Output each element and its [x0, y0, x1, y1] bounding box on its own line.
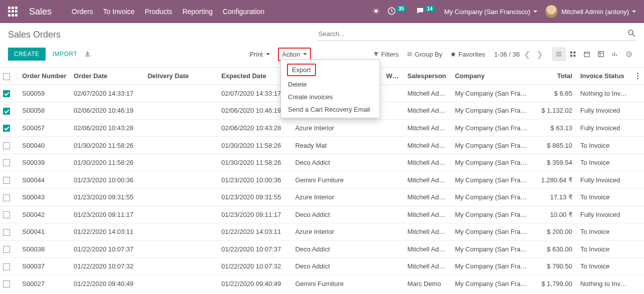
header-checkbox[interactable]: [0, 68, 19, 85]
view-calendar-button[interactable]: [580, 47, 594, 61]
import-button[interactable]: IMPORT: [53, 51, 77, 58]
cell-customer: Azure Interior: [292, 223, 383, 241]
activities-button[interactable]: 35: [387, 7, 409, 17]
row-checkbox[interactable]: [0, 223, 19, 241]
apps-icon[interactable]: [8, 7, 18, 17]
menu-reporting[interactable]: Reporting: [182, 8, 213, 16]
view-pivot-button[interactable]: [594, 47, 608, 61]
action-dropdown: Export Delete Create invoices Send a Car…: [280, 59, 380, 118]
table-row[interactable]: S0004101/22/2020 14:03:1101/22/2020 14:0…: [0, 223, 644, 241]
print-label: Print: [249, 51, 263, 58]
cell-order-number: S00043: [19, 188, 71, 206]
header-total[interactable]: Total: [532, 68, 577, 85]
table-row[interactable]: S0004401/23/2020 10:00:3601/23/2020 10:0…: [0, 171, 644, 189]
download-icon[interactable]: [84, 50, 91, 59]
header-company[interactable]: Company: [452, 68, 531, 85]
cell-order-number: S00039: [19, 154, 71, 171]
cell-delivery-date: [145, 137, 218, 154]
view-list-button[interactable]: [552, 47, 566, 61]
row-checkbox[interactable]: [0, 154, 19, 171]
cell-expected-date: 01/23/2020 09:31:55: [218, 188, 292, 206]
avatar-icon: [544, 5, 558, 19]
row-checkbox[interactable]: [0, 188, 19, 206]
filters-button[interactable]: Filters: [373, 51, 401, 58]
cell-total: $ 790.50: [532, 258, 577, 275]
table-row[interactable]: S0002701/22/2020 09:40:4901/22/2020 09:4…: [0, 275, 644, 292]
table-row[interactable]: S0004301/23/2020 09:31:5501/23/2020 09:3…: [0, 188, 644, 206]
app-name[interactable]: Sales: [29, 7, 52, 17]
cell-blank: [632, 154, 644, 171]
table-row[interactable]: S0005702/06/2020 10:43:2802/06/2020 10:4…: [0, 119, 644, 137]
view-graph-button[interactable]: [608, 47, 622, 61]
row-checkbox[interactable]: [0, 275, 19, 292]
create-button[interactable]: CREATE: [8, 48, 46, 61]
row-checkbox[interactable]: [0, 258, 19, 275]
cell-delivery-date: [145, 258, 218, 275]
svg-rect-6: [570, 55, 572, 57]
table-row[interactable]: S0004201/23/2020 09:11:1701/23/2020 09:1…: [0, 206, 644, 223]
svg-rect-7: [573, 55, 575, 57]
row-checkbox[interactable]: [0, 206, 19, 223]
cell-blank: [632, 102, 644, 120]
favorites-button[interactable]: Favorites: [450, 51, 487, 58]
header-order-number[interactable]: Order Number: [19, 68, 71, 85]
cell-invoice-status: Nothing to Invoice: [577, 275, 632, 292]
filters-label: Filters: [381, 51, 399, 58]
search-icon[interactable]: [627, 29, 636, 39]
print-button[interactable]: Print: [246, 49, 273, 60]
cell-total: $ 1,132.02: [532, 102, 577, 120]
cell-order-number: S00038: [19, 240, 71, 258]
row-checkbox[interactable]: [0, 240, 19, 258]
cell-order-date: 02/06/2020 10:46:19: [71, 102, 144, 120]
view-kanban-button[interactable]: [566, 47, 580, 61]
table-row[interactable]: S0003901/30/2020 11:58:2601/30/2020 11:5…: [0, 154, 644, 171]
pager-range[interactable]: 1-36 / 36: [494, 51, 520, 58]
action-delete[interactable]: Delete: [281, 78, 380, 91]
header-invoice-status[interactable]: Invoice Status: [577, 68, 632, 85]
table-row[interactable]: S0003801/22/2020 10:07:3701/22/2020 10:0…: [0, 240, 644, 258]
company-switcher[interactable]: My Company (San Francisco): [444, 8, 537, 16]
row-checkbox[interactable]: [0, 85, 19, 102]
cell-salesperson: Mitchell Admin: [405, 223, 452, 241]
cell-blank: [632, 119, 644, 137]
cell-total: 10.00 ₹: [532, 206, 577, 223]
cell-customer: Azure Interior: [292, 119, 383, 137]
cell-company: My Company (San Fran...: [452, 85, 531, 102]
search-input[interactable]: [317, 28, 627, 40]
debug-icon[interactable]: [372, 7, 380, 17]
menu-to-invoice[interactable]: To Invoice: [103, 8, 135, 16]
header-delivery-date[interactable]: Delivery Date: [145, 68, 218, 85]
header-optional[interactable]: [632, 68, 644, 85]
row-checkbox[interactable]: [0, 102, 19, 120]
menu-configuration[interactable]: Configuration: [223, 8, 264, 16]
messaging-button[interactable]: 14: [416, 7, 437, 17]
cell-company: My Company (San Fran...: [452, 206, 531, 223]
groupby-button[interactable]: Group By: [407, 51, 444, 58]
cell-blank: [632, 258, 644, 275]
caret-down-icon: [632, 11, 636, 13]
header-order-date[interactable]: Order Date: [71, 68, 144, 85]
header-salesperson[interactable]: Salesperson: [405, 68, 452, 85]
header-website[interactable]: Website: [383, 68, 404, 85]
view-activity-button[interactable]: [622, 47, 636, 61]
pager-prev[interactable]: ❮: [522, 50, 532, 59]
user-menu[interactable]: Mitchell Admin (antony): [544, 5, 636, 19]
table-row[interactable]: S0004001/30/2020 11:58:2601/30/2020 11:5…: [0, 137, 644, 154]
cell-blank: [632, 275, 644, 292]
action-send-cart-email[interactable]: Send a Cart Recovery Email: [281, 103, 380, 116]
cell-delivery-date: [145, 102, 218, 120]
cell-order-date: 01/23/2020 09:11:17: [71, 206, 144, 223]
cell-order-number: S00037: [19, 258, 71, 275]
cell-invoice-status: To Invoice: [577, 240, 632, 258]
cell-customer: Azure Interior: [292, 188, 383, 206]
action-export[interactable]: Export: [287, 64, 316, 76]
row-checkbox[interactable]: [0, 171, 19, 189]
menu-products[interactable]: Products: [145, 8, 172, 16]
row-checkbox[interactable]: [0, 137, 19, 154]
row-checkbox[interactable]: [0, 119, 19, 137]
table-row[interactable]: S0003701/22/2020 10:07:3201/22/2020 10:0…: [0, 258, 644, 275]
pager-next[interactable]: ❯: [534, 50, 545, 59]
menu-orders[interactable]: Orders: [72, 8, 93, 16]
cell-website: [383, 154, 404, 171]
action-create-invoices[interactable]: Create invoices: [281, 91, 380, 103]
